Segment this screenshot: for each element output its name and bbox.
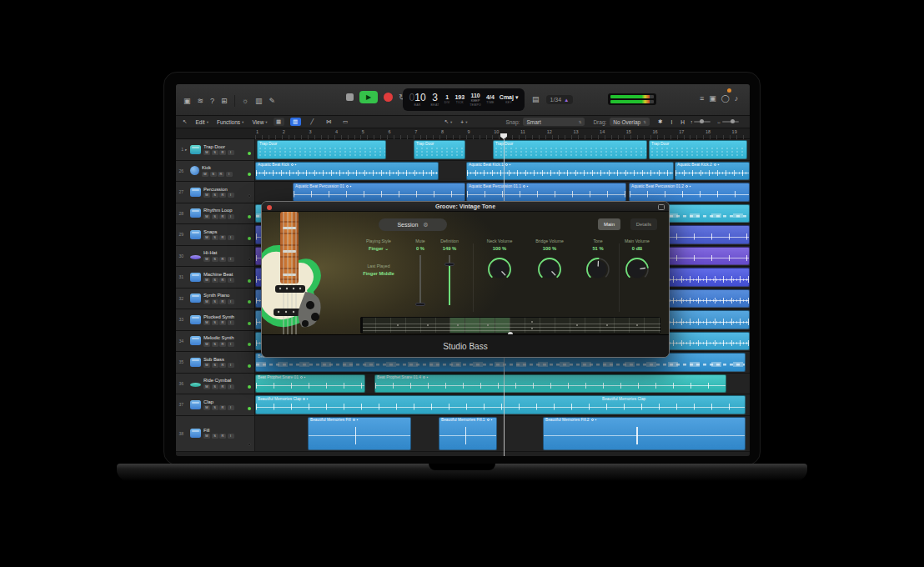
note-pad-icon[interactable]: ▤ bbox=[532, 96, 540, 103]
percussion-icon[interactable] bbox=[190, 188, 201, 197]
mute-button[interactable]: M bbox=[203, 278, 210, 283]
solo-button[interactable]: S bbox=[212, 363, 218, 368]
record-enable-button[interactable]: R bbox=[219, 150, 226, 155]
fret-cell[interactable] bbox=[391, 318, 406, 333]
track-name[interactable]: Machine Beat bbox=[203, 272, 234, 277]
region[interactable]: Beautiful Memories ClapBeautiful Memorie… bbox=[255, 395, 746, 414]
mixer-icon[interactable]: ▥ bbox=[255, 98, 263, 105]
track-name[interactable]: Rhythm Loop bbox=[203, 208, 234, 213]
input-monitor-button[interactable]: I bbox=[228, 299, 234, 304]
bar-ruler[interactable]: 12345678910111213141516171819 bbox=[176, 128, 750, 139]
tone-knob[interactable] bbox=[585, 257, 610, 282]
record-button[interactable] bbox=[384, 93, 393, 102]
mute-button[interactable]: M bbox=[203, 342, 210, 347]
fret-cell[interactable] bbox=[421, 318, 436, 333]
track-header[interactable]: 32Synth PianoMSRI bbox=[176, 289, 255, 309]
mute-slider[interactable] bbox=[419, 255, 421, 305]
percussion-icon[interactable] bbox=[190, 273, 201, 282]
fret-cell[interactable] bbox=[540, 318, 555, 333]
input-monitor-button[interactable]: I bbox=[228, 235, 234, 240]
input-monitor-button[interactable]: I bbox=[228, 434, 234, 439]
mute-button[interactable]: M bbox=[203, 257, 210, 262]
solo-button[interactable]: S bbox=[212, 342, 218, 347]
gear-icon[interactable]: ⚙ bbox=[423, 222, 428, 228]
solo-button[interactable]: S bbox=[212, 434, 218, 439]
crossfade-icon[interactable]: ⋈ bbox=[324, 118, 334, 126]
input-monitor-button[interactable]: I bbox=[228, 342, 234, 347]
tab-main[interactable]: Main bbox=[598, 218, 620, 230]
synth-icon[interactable] bbox=[190, 315, 201, 324]
input-monitor-button[interactable]: I bbox=[228, 214, 234, 219]
marquee-icon[interactable]: I bbox=[670, 119, 672, 125]
quick-help-icon[interactable]: ? bbox=[210, 98, 214, 105]
record-enable-button[interactable]: R bbox=[219, 342, 226, 347]
track-header[interactable]: 29SnapsMSRI bbox=[176, 224, 255, 245]
fret-cell[interactable] bbox=[361, 318, 376, 333]
track-header[interactable]: 33Plucked SynthMSRI bbox=[176, 309, 255, 330]
library-icon[interactable]: ▣ bbox=[183, 98, 191, 105]
input-monitor-button[interactable]: I bbox=[228, 320, 234, 325]
fretboard[interactable] bbox=[360, 317, 660, 334]
region[interactable]: Beautiful Memories Fill.1 bbox=[439, 417, 497, 450]
track-header[interactable]: 30Hi-HatMSRI bbox=[176, 246, 255, 267]
vertical-zoom-slider[interactable]: ↕ bbox=[690, 119, 711, 124]
track-header[interactable]: 36Ride CymbalMSRI bbox=[176, 374, 255, 394]
time-signature-display[interactable]: 4/4TIME bbox=[486, 94, 495, 105]
input-monitor-button[interactable]: I bbox=[226, 172, 233, 177]
play-button[interactable]: ▶ bbox=[359, 91, 378, 103]
slider-handle[interactable] bbox=[415, 303, 425, 307]
fret-cell[interactable] bbox=[406, 318, 421, 333]
key-display[interactable]: Cmaj ▾KEY bbox=[500, 94, 519, 105]
region[interactable]: Trap Door bbox=[649, 140, 747, 159]
input-monitor-button[interactable]: I bbox=[228, 384, 234, 389]
mute-button[interactable]: M bbox=[203, 235, 210, 240]
synth-icon[interactable] bbox=[190, 336, 201, 345]
toolbar-toggle-icon[interactable]: ⊞ bbox=[221, 98, 228, 105]
region[interactable]: Beat Prophet Snare 01 bbox=[255, 374, 365, 394]
mute-button[interactable]: M bbox=[203, 214, 210, 219]
track-name[interactable]: Trap Door bbox=[203, 144, 234, 149]
neck-volume-knob[interactable] bbox=[487, 257, 512, 282]
region[interactable]: Trap Door bbox=[493, 140, 647, 159]
track-name[interactable]: Percussion bbox=[203, 187, 234, 192]
track-lane[interactable]: Aquatic Beat Percussion 01Aquatic Beat P… bbox=[255, 182, 750, 203]
menu-edit[interactable]: Edit▾ bbox=[195, 119, 208, 125]
region[interactable]: Beat Prophet Snare 01.4 bbox=[374, 374, 726, 394]
clap-icon[interactable] bbox=[190, 400, 201, 409]
mute-button[interactable]: M bbox=[203, 150, 210, 155]
close-icon[interactable] bbox=[267, 205, 272, 210]
solo-button[interactable]: S bbox=[212, 257, 218, 262]
track-name[interactable]: Snaps bbox=[203, 229, 234, 234]
solo-button[interactable]: S bbox=[212, 320, 218, 325]
smart-controls-icon[interactable]: ☼ bbox=[242, 98, 249, 105]
track-lane[interactable]: Beautiful Memories ClapBeautiful Memorie… bbox=[255, 394, 750, 415]
drum-machine-icon[interactable] bbox=[190, 145, 201, 154]
solo-button[interactable]: S bbox=[212, 235, 218, 240]
catch-icon[interactable]: ▭ bbox=[340, 118, 351, 126]
fret-cell[interactable] bbox=[465, 318, 480, 333]
stop-button[interactable] bbox=[346, 93, 354, 101]
region[interactable]: Aquatic Beat Kick.2 bbox=[675, 162, 750, 181]
record-enable-button[interactable]: R bbox=[219, 320, 226, 325]
region[interactable]: Aquatic Beat Percussion 01.2 bbox=[629, 183, 750, 202]
track-name[interactable]: Hi-Hat bbox=[203, 250, 234, 255]
hi-hat-icon[interactable] bbox=[190, 255, 201, 259]
input-monitor-button[interactable]: I bbox=[228, 150, 234, 155]
pointer-tool-menu[interactable]: ↖▾ bbox=[444, 118, 453, 125]
command-tool-menu[interactable]: +▾ bbox=[460, 119, 467, 125]
track-name[interactable]: Clap bbox=[203, 399, 234, 404]
track-header[interactable]: 26KickMSRI bbox=[176, 161, 255, 182]
synth-icon[interactable] bbox=[190, 294, 201, 303]
track-lane[interactable]: Trap DoorTrap DoorTrap DoorTrap Door bbox=[255, 139, 750, 160]
record-enable-button[interactable]: R bbox=[219, 405, 226, 410]
record-enable-button[interactable]: R bbox=[219, 214, 226, 219]
record-enable-button[interactable]: R bbox=[219, 235, 226, 240]
horizontal-zoom-slider[interactable]: ↔ bbox=[716, 119, 739, 124]
tempo-display[interactable]: 110KEEPTEMPO bbox=[470, 93, 481, 108]
fret-cell[interactable] bbox=[525, 318, 540, 333]
region[interactable]: Trap Door bbox=[257, 140, 386, 159]
region[interactable]: Aquatic Beat Percussion 01 bbox=[293, 183, 465, 202]
track-header[interactable]: 31Machine BeatMSRI bbox=[176, 267, 255, 288]
list-editors-icon[interactable]: ≡ bbox=[700, 95, 704, 103]
fret-cell[interactable] bbox=[585, 318, 600, 333]
